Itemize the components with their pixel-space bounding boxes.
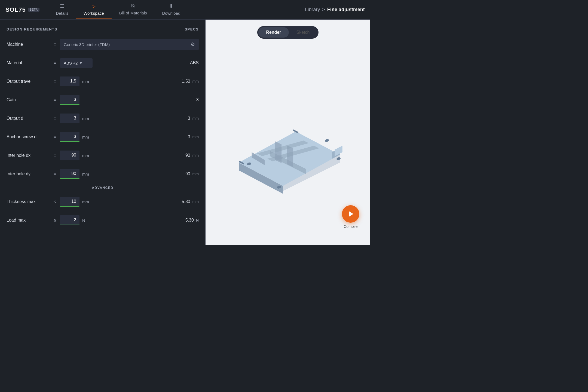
bom-icon: ⎘ [131, 3, 134, 9]
inter-hole-dy-equals: = [50, 171, 60, 177]
inter-hole-dx-equals: = [50, 153, 60, 158]
svg-marker-8 [287, 145, 293, 167]
render-toggle-button[interactable]: Render [258, 27, 289, 38]
inter-hole-dy-spec-unit: mm [192, 172, 199, 176]
material-input-area: ABS +2 ▾ [60, 58, 166, 68]
output-travel-input-area: mm [60, 76, 166, 86]
tab-workspace[interactable]: ▷ Workspace [76, 0, 112, 19]
output-d-equals: = [50, 116, 60, 121]
anchor-screw-spec-unit: mm [192, 135, 199, 139]
anchor-screw-spec-value: 3 [188, 134, 190, 139]
beta-badge: BETA [28, 8, 39, 12]
thickness-max-unit: mm [82, 200, 89, 204]
load-max-equals: ≥ [50, 218, 60, 223]
output-d-spec-value: 3 [188, 116, 190, 121]
play-icon [347, 210, 354, 218]
inter-hole-dy-unit: mm [82, 172, 89, 176]
advanced-label: ADVANCED [92, 186, 113, 190]
output-travel-spec: 1.50 mm [166, 79, 199, 84]
load-max-spec-value: 5.30 [185, 218, 194, 223]
machine-label: Machine [7, 42, 50, 47]
part-render-svg [223, 87, 353, 196]
right-panel: Render Sketch [206, 20, 370, 245]
gain-row: Gain = 3 [7, 93, 199, 106]
sketch-toggle-button[interactable]: Sketch [289, 27, 317, 38]
gain-label: Gain [7, 97, 50, 102]
material-equals: = [50, 60, 60, 66]
compile-run-button[interactable] [342, 205, 359, 223]
output-d-input-area: mm [60, 114, 166, 123]
thickness-max-spec-unit: mm [192, 200, 199, 204]
main-layout: DESIGN REQUIREMENTS SPECS Machine = Gene… [0, 20, 370, 245]
section-design-title: DESIGN REQUIREMENTS [7, 27, 57, 31]
nav-tabs: ☰ Details ▷ Workspace ⎘ Bill of Material… [48, 0, 188, 19]
thickness-max-label: Thickness max [7, 199, 50, 204]
output-travel-input[interactable] [60, 76, 79, 86]
inter-hole-dx-input[interactable] [60, 151, 79, 160]
compile-button-area: Compile [342, 205, 359, 229]
machine-selector-text: Generic 3D printer (FDM) [64, 42, 188, 47]
gear-icon[interactable]: ⚙ [191, 41, 195, 47]
material-dropdown[interactable]: ABS +2 ▾ [60, 58, 93, 68]
anchor-screw-spec: 3 mm [166, 134, 199, 139]
tab-download[interactable]: ⬇ Download [155, 0, 188, 19]
tab-workspace-label: Workspace [84, 11, 104, 16]
svg-point-10 [324, 139, 329, 142]
workspace-icon: ▷ [92, 3, 96, 9]
output-travel-spec-value: 1.50 [182, 79, 190, 84]
thickness-max-input-area: mm [60, 197, 166, 207]
svg-marker-17 [349, 211, 353, 217]
logo-area: SOL75 BETA [5, 6, 39, 13]
logo-text: SOL75 [5, 6, 26, 13]
thickness-max-input[interactable] [60, 197, 79, 207]
output-d-input[interactable] [60, 114, 79, 123]
material-label: Material [7, 60, 50, 65]
inter-hole-dy-input[interactable] [60, 169, 79, 179]
output-travel-label: Output travel [7, 79, 50, 84]
output-d-label: Output d [7, 116, 50, 121]
compile-label: Compile [344, 224, 357, 229]
gain-spec: 3 [166, 97, 199, 102]
download-icon: ⬇ [169, 3, 173, 9]
gain-input-area [60, 95, 166, 105]
material-spec-value: ABS [190, 60, 199, 65]
machine-selector[interactable]: Generic 3D printer (FDM) ⚙ [60, 39, 199, 50]
breadcrumb-arrow: > [322, 7, 325, 13]
load-max-input-area: N [60, 215, 166, 225]
material-row: Material = ABS +2 ▾ ABS [7, 56, 199, 69]
inter-hole-dy-spec: 90 mm [166, 171, 199, 176]
material-spec: ABS [166, 60, 199, 65]
breadcrumb-current: Fine adjustment [327, 7, 365, 13]
machine-equals: = [50, 42, 60, 47]
load-max-unit: N [82, 218, 85, 223]
thickness-max-row: Thickness max ≤ mm 5.80 mm [7, 195, 199, 208]
gain-input[interactable] [60, 95, 79, 105]
gain-spec-value: 3 [196, 97, 199, 102]
output-travel-spec-unit: mm [192, 79, 199, 84]
inter-hole-dx-unit: mm [82, 153, 89, 158]
output-d-row: Output d = mm 3 mm [7, 112, 199, 125]
header-right: Library > Fine adjustment [305, 7, 365, 13]
anchor-screw-input-area: mm [60, 132, 166, 142]
inter-hole-dx-spec-value: 90 [185, 153, 190, 158]
tab-details[interactable]: ☰ Details [48, 0, 76, 19]
anchor-screw-equals: = [50, 134, 60, 140]
load-max-spec-unit: N [196, 218, 199, 222]
anchor-screw-input[interactable] [60, 132, 79, 142]
divider-line-right [117, 188, 199, 188]
section-header-row: DESIGN REQUIREMENTS SPECS [7, 27, 199, 31]
output-d-spec-unit: mm [192, 116, 199, 121]
inter-hole-dy-row: Inter hole dy = mm 90 mm [7, 167, 199, 180]
thickness-max-spec: 5.80 mm [166, 199, 199, 204]
tab-bom[interactable]: ⎘ Bill of Materials [112, 0, 155, 19]
load-max-input[interactable] [60, 215, 79, 225]
inter-hole-dy-input-area: mm [60, 169, 166, 179]
divider-line-left [7, 188, 88, 188]
inter-hole-dy-label: Inter hole dy [7, 171, 50, 176]
svg-marker-7 [275, 141, 281, 163]
inter-hole-dx-row: Inter hole dx = mm 90 mm [7, 149, 199, 162]
anchor-screw-label: Anchor screw d [7, 134, 50, 139]
thickness-max-equals: ≤ [50, 199, 60, 205]
anchor-screw-unit: mm [82, 135, 89, 139]
anchor-screw-row: Anchor screw d = mm 3 mm [7, 130, 199, 143]
